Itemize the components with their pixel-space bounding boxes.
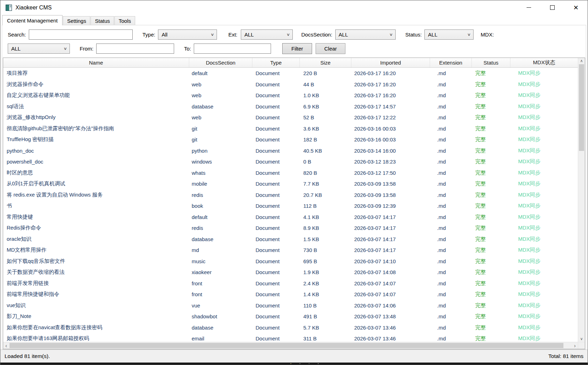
table-row[interactable]: 常用快捷键defaultDocument4.1 KB2026-03-07 14:… xyxy=(3,212,578,223)
cell-mdx: MDX同步 xyxy=(510,103,578,110)
tab-tools[interactable]: Tools xyxy=(114,16,135,25)
minimize-button[interactable] xyxy=(517,0,541,15)
scroll-up-icon[interactable]: ∧ xyxy=(578,58,585,64)
search-input[interactable] xyxy=(29,29,133,40)
vertical-scrollbar[interactable]: ∧ ∨ xyxy=(578,58,585,342)
horizontal-scroll-thumb[interactable] xyxy=(9,343,563,348)
cell-type: Document xyxy=(252,203,300,209)
table-row[interactable]: vue知识vueDocument110 B2026-03-07 14:06.md… xyxy=(3,300,578,311)
table-row[interactable]: 彻底清除github已泄露密钥的“笨办法”操作指南gitDocument3.6 … xyxy=(3,123,578,134)
table-row[interactable]: 浏览器_修改httpOnlywebDocument52 B2026-03-17 … xyxy=(3,112,578,123)
table-row[interactable]: 前端开发常用链接frontDocument2.4 KB2026-03-07 14… xyxy=(3,278,578,289)
table-row[interactable]: 时区的意思whatsDocument820 B2026-03-12 17:50.… xyxy=(3,167,578,179)
cell-status: 完整 xyxy=(472,125,510,132)
cell-section: email xyxy=(189,336,252,341)
cell-mdx: MDX同步 xyxy=(510,114,578,121)
table-row[interactable]: 前端常用快捷键和指令frontDocument1.4 KB2026-03-07 … xyxy=(3,289,578,300)
filter-button[interactable]: Filter xyxy=(282,43,312,54)
cell-type: Document xyxy=(252,313,300,319)
scroll-down-icon[interactable]: ∨ xyxy=(578,336,585,342)
cell-type: Document xyxy=(252,148,300,154)
cell-mdx: MDX同步 xyxy=(510,280,578,287)
cell-section: windows xyxy=(189,159,252,165)
cell-type: Document xyxy=(252,258,300,264)
column-header-imported[interactable]: Imported xyxy=(351,58,430,67)
vertical-scroll-thumb[interactable] xyxy=(579,64,584,151)
table-row[interactable]: MD文档常用操作mdDocument730 B2026-03-07 14:17.… xyxy=(3,245,578,256)
cell-ext: .md xyxy=(430,70,472,76)
cell-ext: .md xyxy=(430,148,472,154)
table-row[interactable]: powershell_docwindowsDocument0 B2026-03-… xyxy=(3,156,578,167)
column-header-ext[interactable]: Extension xyxy=(430,58,472,67)
vertical-scroll-track[interactable] xyxy=(578,64,585,336)
scroll-left-icon[interactable]: ‹ xyxy=(3,342,9,349)
table-row[interactable]: python_docpythonDocument40.5 KB2026-03-1… xyxy=(3,145,578,157)
tab-label: Tools xyxy=(119,18,131,24)
scroll-right-icon[interactable]: › xyxy=(572,342,578,349)
table-header: NameDocsSectionTypeSizeImportedExtension… xyxy=(3,58,578,68)
column-header-name[interactable]: Name xyxy=(3,58,189,67)
scrollbar-corner xyxy=(578,342,585,349)
maximize-button[interactable] xyxy=(541,0,564,15)
from-date-input[interactable] xyxy=(96,44,174,54)
cell-status: 完整 xyxy=(472,180,510,187)
cell-name: 如果你想要在navicat查看数据库连接密码 xyxy=(3,324,189,331)
column-header-size[interactable]: Size xyxy=(300,58,351,67)
table-row[interactable]: 从0到1开启手机真机调试mobileDocument7.7 KB2026-03-… xyxy=(3,178,578,190)
column-header-mdx[interactable]: MDX状态 xyxy=(510,58,578,67)
horizontal-scroll-track[interactable] xyxy=(9,342,572,349)
cell-ext: .md xyxy=(430,170,472,176)
cell-type: Document xyxy=(252,192,300,198)
table-row[interactable]: Redis操作命令redisDocument8.9 KB2026-03-07 1… xyxy=(3,223,578,234)
table-row[interactable]: oracle知识databaseDocument1.5 KB2026-03-07… xyxy=(3,234,578,245)
cell-status: 完整 xyxy=(472,236,510,243)
cell-ext: .md xyxy=(430,303,472,308)
tab-settings[interactable]: Settings xyxy=(63,16,90,25)
chevron-down-icon: ∨ xyxy=(211,32,214,37)
table-row[interactable]: TruffleHog 密钥扫描gitDocument182 B2026-03-1… xyxy=(3,134,578,145)
docssection-select[interactable]: ALL ∨ xyxy=(335,29,396,40)
filter-row-2: ALL ∨ From: To: Filter Clear xyxy=(8,42,586,54)
table-row[interactable]: 将 redis.exe 设置为自启动 Windows 服务redisDocume… xyxy=(3,190,578,201)
cell-name: 如何下载qq音乐加密文件 xyxy=(3,258,189,265)
table-row[interactable]: 如果你想要申请163网易邮箱授权码emailDocument311 B2026-… xyxy=(3,333,578,342)
table-row[interactable]: 影刀_NoteshadowbotDocument491 B2026-03-07 … xyxy=(3,311,578,322)
tab-content-management[interactable]: Content Management xyxy=(2,15,62,25)
cell-size: 1.4 KB xyxy=(300,291,351,297)
table-row[interactable]: 自定义浏览器右键菜单功能webDocument1.0 KB2026-03-17 … xyxy=(3,90,578,101)
table-row[interactable]: 如何下载qq音乐加密文件musicDocument695 B2026-03-07… xyxy=(3,256,578,267)
column-header-status[interactable]: Status xyxy=(472,58,510,67)
cell-type: Document xyxy=(252,137,300,142)
status-select[interactable]: ALL ∨ xyxy=(424,29,474,40)
cell-ext: .md xyxy=(430,126,472,132)
table-row[interactable]: 如果你想要在navicat查看数据库连接密码databaseDocument5.… xyxy=(3,322,578,333)
type-select[interactable]: All ∨ xyxy=(158,29,217,40)
cell-status: 完整 xyxy=(472,70,510,77)
cell-section: xiaokeer xyxy=(189,269,252,275)
table-row[interactable]: 浏览器操作命令webDocument44 B2026-03-17 16:20.m… xyxy=(3,79,578,90)
cell-imported: 2026-03-09 13:58 xyxy=(351,192,430,198)
cell-ext: .md xyxy=(430,258,472,264)
mdx-select[interactable]: ALL ∨ xyxy=(8,44,70,54)
column-header-section[interactable]: DocsSection xyxy=(189,58,252,67)
to-date-input[interactable] xyxy=(194,44,271,54)
table-row[interactable]: 书bookDocument112 B2026-03-09 12:39.md完整M… xyxy=(3,200,578,212)
ext-select[interactable]: ALL ∨ xyxy=(241,29,293,40)
tab-bar: Content Management Settings Status Tools xyxy=(0,15,588,25)
cell-type: Document xyxy=(252,269,300,275)
cell-imported: 2026-03-07 14:07 xyxy=(351,291,430,297)
cell-status: 完整 xyxy=(472,103,510,110)
cell-section: vue xyxy=(189,303,252,308)
close-button[interactable]: ✕ xyxy=(564,0,588,15)
cell-mdx: MDX同步 xyxy=(510,335,578,342)
table-row[interactable]: sql语法databaseDocument6.9 KB2026-03-17 14… xyxy=(3,101,578,112)
clear-button[interactable]: Clear xyxy=(316,43,345,54)
horizontal-scrollbar[interactable]: ‹ › xyxy=(3,342,578,349)
column-header-type[interactable]: Type xyxy=(252,58,300,67)
cell-mdx: MDX同步 xyxy=(510,225,578,231)
table-row[interactable]: 关于数据资产收缩的看法xiaokeerDocument1.9 KB2026-03… xyxy=(3,267,578,278)
table-row[interactable]: 项目推荐defaultDocument220 B2026-03-17 16:20… xyxy=(3,68,578,79)
maximize-icon xyxy=(550,5,555,10)
tab-status[interactable]: Status xyxy=(91,16,114,25)
horizontal-scrollbar-row: ‹ › xyxy=(3,342,585,349)
